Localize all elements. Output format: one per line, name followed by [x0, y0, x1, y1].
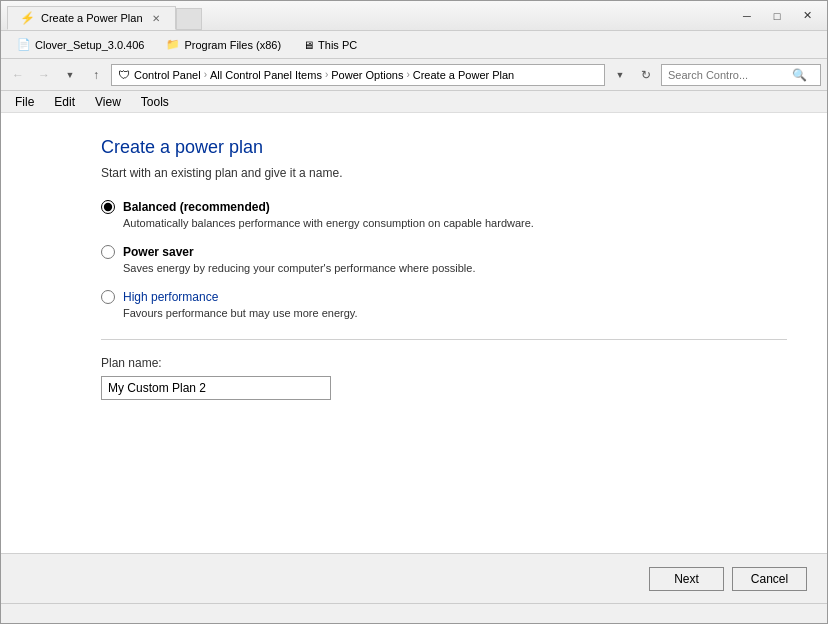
- radio-power-saver[interactable]: [101, 245, 115, 259]
- back-button[interactable]: ←: [7, 64, 29, 86]
- breadcrumb: Control Panel › All Control Panel Items …: [134, 69, 514, 81]
- option-balanced: Balanced (recommended) Automatically bal…: [101, 200, 787, 229]
- address-right: ▼ ↻: [609, 64, 657, 86]
- menu-file[interactable]: File: [5, 92, 44, 112]
- cancel-button[interactable]: Cancel: [732, 567, 807, 591]
- computer-icon: 🖥: [303, 39, 314, 51]
- subtitle: Start with an existing plan and give it …: [101, 166, 787, 180]
- forward-button[interactable]: →: [33, 64, 55, 86]
- window-controls: ─ □ ✕: [733, 6, 821, 26]
- radio-balanced[interactable]: [101, 200, 115, 214]
- option-balanced-name: Balanced (recommended): [123, 200, 270, 214]
- breadcrumb-part-3[interactable]: Power Options: [331, 69, 403, 81]
- radio-high-performance[interactable]: [101, 290, 115, 304]
- plan-name-label: Plan name:: [101, 356, 787, 370]
- bookmark-clover-label: Clover_Setup_3.0.406: [35, 39, 144, 51]
- breadcrumb-part-1[interactable]: Control Panel: [134, 69, 201, 81]
- file-icon: 📄: [17, 38, 31, 51]
- main-window: ⚡ Create a Power Plan ✕ ─ □ ✕ 📄 Clover_S…: [0, 0, 828, 624]
- dropdown-button[interactable]: ▼: [609, 64, 631, 86]
- content-area: Create a power plan Start with an existi…: [1, 113, 827, 553]
- status-bar: [1, 603, 827, 623]
- divider: [101, 339, 787, 340]
- bookmark-this-pc-label: This PC: [318, 39, 357, 51]
- option-power-saver-desc: Saves energy by reducing your computer's…: [123, 262, 787, 274]
- nav-icon: 🛡: [118, 68, 130, 82]
- breadcrumb-part-4[interactable]: Create a Power Plan: [413, 69, 515, 81]
- maximize-button[interactable]: □: [763, 6, 791, 26]
- minimize-button[interactable]: ─: [733, 6, 761, 26]
- breadcrumb-part-2[interactable]: All Control Panel Items: [210, 69, 322, 81]
- search-input[interactable]: [668, 69, 788, 81]
- active-tab[interactable]: ⚡ Create a Power Plan ✕: [7, 6, 176, 30]
- option-high-performance-row: High performance: [101, 290, 787, 304]
- address-bar: ← → ▼ ↑ 🛡 Control Panel › All Control Pa…: [1, 59, 827, 91]
- option-power-saver-row: Power saver: [101, 245, 787, 259]
- option-balanced-row: Balanced (recommended): [101, 200, 787, 214]
- menu-edit[interactable]: Edit: [44, 92, 85, 112]
- option-high-performance-desc: Favours performance but may use more ene…: [123, 307, 787, 319]
- bookmark-this-pc[interactable]: 🖥 This PC: [295, 36, 365, 54]
- page-title: Create a power plan: [101, 137, 787, 158]
- option-balanced-desc: Automatically balances performance with …: [123, 217, 787, 229]
- inactive-tab[interactable]: [176, 8, 202, 30]
- folder-icon: 📁: [166, 38, 180, 51]
- address-box[interactable]: 🛡 Control Panel › All Control Panel Item…: [111, 64, 605, 86]
- plan-name-section: Plan name:: [101, 356, 787, 400]
- tab-close-button[interactable]: ✕: [149, 12, 163, 25]
- up-button[interactable]: ↑: [85, 64, 107, 86]
- next-button[interactable]: Next: [649, 567, 724, 591]
- option-power-saver-name: Power saver: [123, 245, 194, 259]
- menu-tools[interactable]: Tools: [131, 92, 179, 112]
- bookmark-program-files-label: Program Files (x86): [184, 39, 281, 51]
- menu-view[interactable]: View: [85, 92, 131, 112]
- bookmark-clover[interactable]: 📄 Clover_Setup_3.0.406: [9, 35, 152, 54]
- option-high-performance-name: High performance: [123, 290, 218, 304]
- option-power-saver: Power saver Saves energy by reducing you…: [101, 245, 787, 274]
- refresh-button[interactable]: ↻: [635, 64, 657, 86]
- menu-bar: File Edit View Tools: [1, 91, 827, 113]
- search-icon: 🔍: [792, 68, 807, 82]
- bottom-panel: Next Cancel: [1, 553, 827, 603]
- bookmarks-bar: 📄 Clover_Setup_3.0.406 📁 Program Files (…: [1, 31, 827, 59]
- tab-icon: ⚡: [20, 11, 35, 25]
- option-high-performance: High performance Favours performance but…: [101, 290, 787, 319]
- content-inner: Create a power plan Start with an existi…: [1, 113, 827, 420]
- power-plan-options: Balanced (recommended) Automatically bal…: [101, 200, 787, 319]
- bookmark-program-files[interactable]: 📁 Program Files (x86): [158, 35, 289, 54]
- recent-button[interactable]: ▼: [59, 64, 81, 86]
- tab-bar: ⚡ Create a Power Plan ✕: [7, 1, 733, 30]
- tab-label: Create a Power Plan: [41, 12, 143, 24]
- title-bar: ⚡ Create a Power Plan ✕ ─ □ ✕: [1, 1, 827, 31]
- plan-name-input[interactable]: [101, 376, 331, 400]
- close-button[interactable]: ✕: [793, 6, 821, 26]
- search-box[interactable]: 🔍: [661, 64, 821, 86]
